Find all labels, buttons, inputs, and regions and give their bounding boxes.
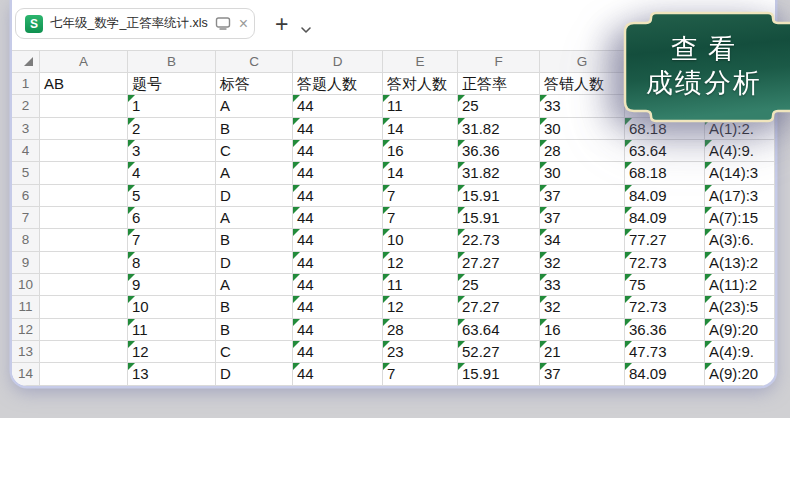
select-all-corner[interactable] (12, 50, 40, 73)
table-cell[interactable]: 28 (383, 319, 458, 341)
table-cell[interactable]: A(11):2 (705, 274, 775, 296)
table-cell[interactable]: 22.73 (458, 229, 540, 251)
table-cell[interactable]: 14 (383, 162, 458, 184)
table-cell[interactable]: 题号 (128, 73, 216, 95)
table-cell[interactable]: 32 (540, 296, 625, 318)
table-cell[interactable]: 31.82 (458, 118, 540, 140)
table-cell[interactable]: A(13):2 (705, 252, 775, 274)
table-cell[interactable] (40, 363, 128, 385)
table-cell[interactable]: 36.36 (458, 140, 540, 162)
table-cell[interactable]: 23 (383, 341, 458, 363)
tab-list-chevron-icon[interactable] (300, 20, 312, 38)
table-cell[interactable]: 77.27 (625, 229, 705, 251)
table-cell[interactable]: AB (40, 73, 128, 95)
table-cell[interactable]: A(7):15 (705, 207, 775, 229)
table-cell[interactable]: 44 (293, 229, 383, 251)
table-cell[interactable]: 75 (625, 274, 705, 296)
table-cell[interactable]: 68.18 (625, 162, 705, 184)
table-cell[interactable]: 11 (383, 95, 458, 117)
table-cell[interactable] (40, 185, 128, 207)
table-cell[interactable]: A(17):3 (705, 185, 775, 207)
column-header-E[interactable]: E (383, 50, 458, 73)
table-cell[interactable] (40, 207, 128, 229)
table-cell[interactable]: D (216, 363, 293, 385)
table-cell[interactable]: 31.82 (458, 162, 540, 184)
table-cell[interactable]: B (216, 118, 293, 140)
table-cell[interactable]: 16 (383, 140, 458, 162)
table-cell[interactable]: 63.64 (625, 140, 705, 162)
table-cell[interactable]: 30 (540, 118, 625, 140)
close-tab-icon[interactable]: × (238, 16, 249, 32)
table-cell[interactable]: 27.27 (458, 252, 540, 274)
table-cell[interactable]: 44 (293, 207, 383, 229)
column-header-F[interactable]: F (458, 50, 540, 73)
table-cell[interactable]: A(4):9. (705, 140, 775, 162)
table-cell[interactable] (40, 95, 128, 117)
table-cell[interactable]: 52.27 (458, 341, 540, 363)
table-cell[interactable]: 72.73 (625, 252, 705, 274)
table-cell[interactable] (40, 296, 128, 318)
table-cell[interactable]: 1 (128, 95, 216, 117)
table-cell[interactable]: 44 (293, 118, 383, 140)
table-cell[interactable]: B (216, 296, 293, 318)
table-cell[interactable]: 44 (293, 319, 383, 341)
table-cell[interactable]: 11 (383, 274, 458, 296)
table-cell[interactable]: 9 (128, 274, 216, 296)
row-number[interactable]: 13 (12, 341, 40, 363)
table-cell[interactable]: A (216, 162, 293, 184)
table-cell[interactable]: 12 (383, 252, 458, 274)
table-cell[interactable]: 4 (128, 162, 216, 184)
row-number[interactable]: 11 (12, 296, 40, 318)
row-number[interactable]: 2 (12, 95, 40, 117)
table-cell[interactable]: 63.64 (458, 319, 540, 341)
new-tab-button[interactable]: + (275, 13, 288, 35)
table-cell[interactable]: 84.09 (625, 207, 705, 229)
table-cell[interactable]: 84.09 (625, 185, 705, 207)
table-cell[interactable]: A(3):6. (705, 229, 775, 251)
table-cell[interactable]: 47.73 (625, 341, 705, 363)
table-cell[interactable]: A (216, 274, 293, 296)
table-cell[interactable]: 44 (293, 252, 383, 274)
table-cell[interactable]: 32 (540, 252, 625, 274)
table-cell[interactable] (40, 162, 128, 184)
table-cell[interactable]: 44 (293, 185, 383, 207)
table-cell[interactable]: 10 (383, 229, 458, 251)
table-cell[interactable]: C (216, 341, 293, 363)
table-cell[interactable]: 36.36 (625, 319, 705, 341)
table-cell[interactable] (40, 118, 128, 140)
table-cell[interactable]: A (216, 95, 293, 117)
table-cell[interactable]: 34 (540, 229, 625, 251)
column-header-D[interactable]: D (293, 50, 383, 73)
table-cell[interactable]: 14 (383, 118, 458, 140)
table-cell[interactable]: 12 (128, 341, 216, 363)
row-number[interactable]: 3 (12, 118, 40, 140)
table-cell[interactable]: 11 (128, 319, 216, 341)
table-cell[interactable]: B (216, 229, 293, 251)
table-cell[interactable]: 7 (128, 229, 216, 251)
table-cell[interactable]: 7 (383, 207, 458, 229)
row-number[interactable]: 8 (12, 229, 40, 251)
table-cell[interactable]: A(9):20 (705, 319, 775, 341)
table-cell[interactable]: 44 (293, 274, 383, 296)
row-number[interactable]: 6 (12, 185, 40, 207)
table-cell[interactable] (40, 274, 128, 296)
table-cell[interactable]: 21 (540, 341, 625, 363)
row-number[interactable]: 10 (12, 274, 40, 296)
table-cell[interactable]: 72.73 (625, 296, 705, 318)
table-cell[interactable] (40, 140, 128, 162)
table-cell[interactable]: 30 (540, 162, 625, 184)
table-cell[interactable]: 37 (540, 363, 625, 385)
table-cell[interactable]: 15.91 (458, 207, 540, 229)
row-number[interactable]: 4 (12, 140, 40, 162)
table-cell[interactable]: 44 (293, 341, 383, 363)
row-number[interactable]: 5 (12, 162, 40, 184)
column-header-G[interactable]: G (540, 50, 625, 73)
table-cell[interactable]: 12 (383, 296, 458, 318)
table-cell[interactable]: 标答 (216, 73, 293, 95)
table-cell[interactable]: 44 (293, 363, 383, 385)
row-number[interactable]: 9 (12, 252, 40, 274)
table-cell[interactable]: 5 (128, 185, 216, 207)
table-cell[interactable]: 8 (128, 252, 216, 274)
table-cell[interactable]: A(14):3 (705, 162, 775, 184)
table-cell[interactable]: D (216, 185, 293, 207)
